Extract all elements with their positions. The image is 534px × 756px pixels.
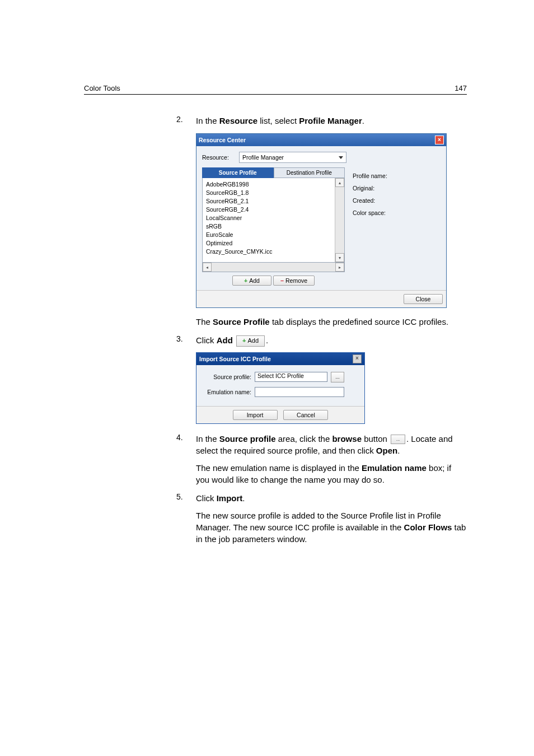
dialog-title: Import Source ICC Profile [199, 356, 271, 362]
step-5-result: The new source profile is added to the S… [196, 510, 467, 545]
meta-profile-name: Profile name: [353, 172, 441, 179]
step-3-text: Click Add +Add. [196, 334, 467, 347]
step-number: 4. [176, 433, 183, 442]
chevron-down-icon [339, 156, 343, 159]
plus-icon: + [242, 337, 246, 345]
emulation-name-label: Emulation name: [202, 389, 251, 395]
ellipsis-icon: ... [335, 374, 340, 380]
list-item[interactable]: AdobeRGB1998 [206, 180, 331, 188]
close-button[interactable]: Close [404, 294, 443, 304]
page-header: Color Tools 147 [84, 84, 467, 95]
meta-color-space: Color space: [353, 209, 441, 216]
window-titlebar: Resource Center × [196, 134, 446, 146]
scroll-left-icon[interactable]: ◂ [203, 263, 212, 272]
emulation-name-field[interactable] [255, 387, 344, 397]
source-profile-field[interactable]: Select ICC Profile [255, 372, 327, 382]
resource-label: Resource: [202, 154, 236, 161]
vertical-scrollbar[interactable]: ▴ ▾ [335, 178, 344, 262]
tab-destination-profile[interactable]: Destination Profile [274, 167, 345, 178]
cancel-button[interactable]: Cancel [283, 410, 328, 420]
import-dialog: Import Source ICC Profile × Source profi… [196, 352, 365, 424]
list-item[interactable]: SourceRGB_2.4 [206, 205, 331, 213]
import-button[interactable]: Import [233, 410, 278, 420]
add-button[interactable]: +Add [232, 276, 271, 286]
close-icon[interactable]: × [435, 136, 444, 144]
resource-select[interactable]: Profile Manager [239, 152, 346, 163]
step-2-text: In the Resource list, select Profile Man… [196, 115, 467, 127]
meta-original: Original: [353, 185, 441, 192]
add-button-glyph: +Add [236, 335, 265, 346]
window-title: Resource Center [199, 137, 246, 143]
dialog-titlebar: Import Source ICC Profile × [196, 353, 364, 365]
source-profile-label: Source profile: [202, 374, 251, 380]
page-number: 147 [455, 84, 467, 92]
profile-list[interactable]: AdobeRGB1998 SourceRGB_1.8 SourceRGB_2.1… [203, 178, 335, 262]
list-item[interactable]: Optimized [206, 239, 331, 247]
step-4-text: In the Source profile area, click the br… [196, 433, 467, 456]
list-item[interactable]: Crazy_Source_CMYK.icc [206, 247, 331, 255]
scroll-up-icon[interactable]: ▴ [335, 178, 344, 187]
minus-icon: − [280, 277, 284, 284]
step-number: 2. [176, 115, 183, 124]
plus-icon: + [244, 277, 247, 284]
browse-button[interactable]: ... [331, 372, 344, 382]
scroll-down-icon[interactable]: ▾ [335, 253, 344, 262]
list-item[interactable]: LocalScanner [206, 213, 331, 222]
horizontal-scrollbar[interactable]: ◂ ▸ [202, 263, 345, 272]
resource-select-value: Profile Manager [242, 154, 284, 161]
chapter-title: Color Tools [84, 84, 120, 92]
tab-source-profile[interactable]: Source Profile [202, 167, 274, 178]
remove-button[interactable]: −Remove [273, 276, 315, 286]
meta-created: Created: [353, 197, 441, 204]
step-5-text: Click Import. [196, 492, 467, 504]
step-number: 3. [176, 334, 183, 343]
resource-center-window: Resource Center × Resource: Profile Mana… [196, 133, 447, 308]
list-item[interactable]: SourceRGB_2.1 [206, 197, 331, 205]
close-icon[interactable]: × [353, 354, 362, 363]
step-number: 5. [176, 492, 183, 501]
profile-meta: Profile name: Original: Created: Color s… [353, 167, 441, 287]
browse-button-glyph: ... [391, 435, 405, 444]
list-item[interactable]: sRGB [206, 222, 331, 230]
scroll-right-icon[interactable]: ▸ [335, 263, 344, 272]
list-item[interactable]: SourceRGB_1.8 [206, 188, 331, 197]
list-item[interactable]: EuroScale [206, 230, 331, 239]
step-4-result: The new emulation name is displayed in t… [196, 462, 467, 486]
ellipsis-icon: ... [396, 436, 400, 442]
step-2-result: The Source Profile tab displays the pred… [196, 316, 467, 328]
